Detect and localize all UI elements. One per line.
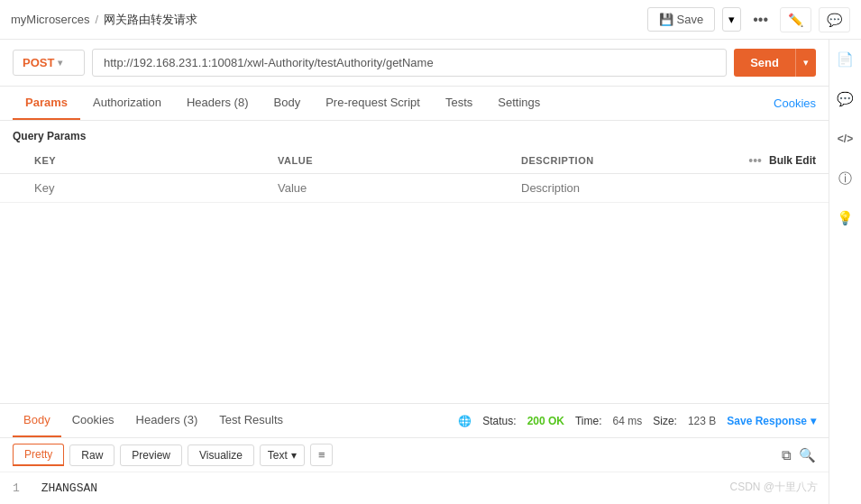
status-value: 200 OK — [527, 415, 564, 427]
key-col-header: KEY — [34, 155, 278, 166]
method-label: POST — [23, 56, 54, 69]
right-panel: 📄 💬 </> ⓘ 💡 — [829, 40, 861, 504]
globe-icon: 🌐 — [458, 415, 472, 427]
response-tabs: Body Cookies Headers (3) Test Results 🌐 … — [0, 404, 829, 438]
description-input[interactable] — [521, 178, 816, 198]
more-options-button[interactable]: ••• — [748, 7, 773, 32]
format-visualize-button[interactable]: Visualize — [188, 444, 254, 466]
table-header: KEY VALUE DESCRIPTION ••• Bulk Edit — [0, 148, 829, 174]
desc-col-header: DESCRIPTION — [521, 155, 744, 166]
text-type-label: Text — [268, 449, 288, 462]
time-label: Time: — [575, 415, 602, 427]
time-value: 64 ms — [613, 415, 643, 427]
main-container: POST ▾ Send ▾ Params Authorization Heade… — [0, 40, 861, 504]
table-more-icon[interactable]: ••• — [748, 153, 762, 168]
watermark: CSDN @十里八方 — [729, 480, 818, 495]
size-value: 123 B — [688, 415, 716, 427]
response-action-icons: ⧉ 🔍 — [782, 447, 816, 463]
right-panel-info-icon[interactable]: ⓘ — [833, 166, 858, 191]
filter-button[interactable]: ≡ — [310, 444, 334, 466]
value-input[interactable] — [278, 178, 521, 198]
response-section: Body Cookies Headers (3) Test Results 🌐 … — [0, 403, 829, 504]
method-select[interactable]: POST ▾ — [13, 50, 85, 76]
tab-body[interactable]: Body — [261, 87, 314, 120]
method-arrow-icon: ▾ — [58, 58, 62, 68]
request-body-spacer — [0, 203, 829, 403]
breadcrumb-separator: / — [95, 13, 98, 26]
text-type-select[interactable]: Text ▾ — [260, 444, 305, 466]
save-dropdown-icon: ▾ — [728, 13, 735, 26]
format-raw-button[interactable]: Raw — [69, 444, 114, 466]
response-tab-body[interactable]: Body — [13, 404, 61, 437]
bulk-edit-button[interactable]: Bulk Edit — [769, 154, 816, 167]
save-arrow-button[interactable]: ▾ — [722, 7, 741, 32]
line-content-1: ZHANGSAN — [41, 481, 97, 495]
format-pretty-button[interactable]: Pretty — [13, 444, 64, 466]
status-label: Status: — [482, 415, 516, 427]
tab-headers[interactable]: Headers (8) — [174, 87, 261, 120]
send-dropdown-icon: ▾ — [803, 57, 809, 68]
save-response-button[interactable]: Save Response ▾ — [727, 415, 816, 427]
response-status-bar: 🌐 Status: 200 OK Time: 64 ms Size: 123 B… — [458, 415, 816, 427]
top-bar: myMicroserces / 网关路由转发请求 💾 Save ▾ ••• ✏️… — [0, 0, 861, 40]
page-title: 网关路由转发请求 — [104, 12, 197, 28]
save-icon: 💾 — [659, 13, 673, 26]
response-tab-headers[interactable]: Headers (3) — [125, 404, 209, 437]
comment-button[interactable]: 💬 — [819, 7, 850, 32]
response-tab-cookies[interactable]: Cookies — [61, 404, 125, 437]
send-button[interactable]: Send — [734, 49, 795, 77]
right-panel-bulb-icon[interactable]: 💡 — [833, 206, 858, 231]
copy-response-button[interactable]: ⧉ — [782, 447, 792, 463]
cookies-link[interactable]: Cookies — [774, 87, 816, 119]
table-row — [0, 174, 829, 203]
url-input[interactable] — [92, 49, 727, 77]
top-bar-actions: 💾 Save ▾ ••• ✏️ 💬 — [647, 7, 850, 32]
copy-icon: ⧉ — [782, 447, 792, 463]
right-panel-code-icon[interactable]: </> — [833, 126, 858, 151]
url-bar: POST ▾ Send ▾ — [0, 40, 829, 87]
send-arrow-button[interactable]: ▾ — [795, 49, 816, 77]
format-preview-button[interactable]: Preview — [120, 444, 182, 466]
tab-settings[interactable]: Settings — [485, 87, 553, 120]
key-input[interactable] — [34, 178, 278, 198]
line-number-1: 1 — [13, 481, 20, 495]
tab-pre-request-script[interactable]: Pre-request Script — [313, 87, 433, 120]
search-icon: 🔍 — [799, 447, 816, 463]
text-type-arrow-icon: ▾ — [291, 449, 297, 462]
table-actions: ••• Bulk Edit — [744, 153, 816, 168]
breadcrumb: myMicroserces / 网关路由转发请求 — [11, 12, 647, 28]
save-response-arrow-icon: ▾ — [811, 415, 816, 427]
search-response-button[interactable]: 🔍 — [799, 447, 816, 463]
response-toolbar: Pretty Raw Preview Visualize Text ▾ ≡ ⧉ … — [0, 438, 829, 472]
request-tabs: Params Authorization Headers (8) Body Pr… — [0, 87, 829, 121]
right-panel-file-icon[interactable]: 📄 — [833, 47, 858, 72]
content-area: POST ▾ Send ▾ Params Authorization Heade… — [0, 40, 829, 504]
response-body: 1 ZHANGSAN — [0, 472, 829, 504]
query-params-label: Query Params — [0, 121, 829, 148]
send-group: Send ▾ — [734, 49, 816, 77]
edit-button[interactable]: ✏️ — [780, 7, 811, 32]
tab-params[interactable]: Params — [13, 87, 80, 120]
tab-authorization[interactable]: Authorization — [80, 87, 174, 120]
size-label: Size: — [653, 415, 677, 427]
app-name: myMicroserces — [11, 13, 89, 26]
tab-tests[interactable]: Tests — [433, 87, 485, 120]
filter-icon: ≡ — [318, 448, 325, 462]
save-button[interactable]: 💾 Save — [647, 7, 716, 32]
right-panel-chat-icon[interactable]: 💬 — [833, 87, 858, 112]
value-col-header: VALUE — [278, 155, 521, 166]
response-tab-test-results[interactable]: Test Results — [208, 404, 294, 437]
